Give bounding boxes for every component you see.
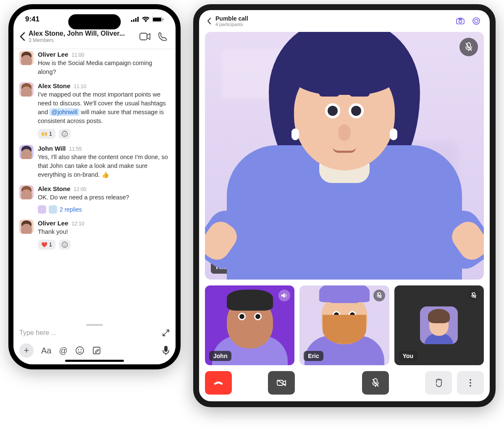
message: Alex Stone12:00 OK. Do we need a press r… bbox=[19, 185, 170, 214]
camera-icon[interactable] bbox=[454, 15, 466, 27]
message-time: 12:00 bbox=[74, 186, 87, 192]
svg-point-37 bbox=[470, 379, 471, 381]
back-button[interactable] bbox=[207, 17, 211, 25]
phone-notch bbox=[68, 14, 121, 29]
format-button[interactable]: Aa bbox=[41, 346, 51, 356]
svg-rect-2 bbox=[135, 18, 136, 22]
svg-point-10 bbox=[65, 133, 66, 134]
message-time: 11:55 bbox=[69, 146, 82, 152]
participant-tile-john[interactable]: John bbox=[205, 285, 294, 365]
emoji-button[interactable] bbox=[75, 346, 84, 355]
svg-point-12 bbox=[63, 244, 64, 245]
svg-point-13 bbox=[65, 244, 66, 245]
participant-name: John bbox=[209, 351, 231, 361]
mic-toggle-button[interactable] bbox=[362, 371, 389, 395]
mic-muted-icon bbox=[373, 290, 385, 301]
add-reaction-button[interactable] bbox=[59, 240, 71, 250]
message: John Will11:55 Yes, I'll also share the … bbox=[19, 145, 170, 179]
thread-replies[interactable]: 2 replies bbox=[38, 205, 170, 214]
avatar bbox=[19, 82, 34, 97]
message-text: Yes, I'll also share the content once I'… bbox=[38, 153, 170, 179]
avatar bbox=[19, 145, 34, 159]
reply-avatar bbox=[49, 205, 57, 214]
add-reaction-button[interactable] bbox=[59, 129, 71, 139]
message-author: Oliver Lee bbox=[38, 51, 68, 58]
message: Oliver Lee11:00 How is the Social Media … bbox=[19, 51, 170, 76]
call-title: Pumble call bbox=[215, 15, 450, 22]
message-time: 11:00 bbox=[72, 52, 84, 58]
participant-name: Eric bbox=[304, 351, 323, 361]
svg-point-11 bbox=[62, 242, 67, 248]
call-subtitle: 4 participants bbox=[215, 22, 450, 27]
video-call-button[interactable] bbox=[138, 29, 152, 44]
battery-icon bbox=[152, 17, 164, 22]
mention[interactable]: @johnwill bbox=[50, 108, 79, 116]
reaction-chip[interactable]: 🙌1 bbox=[38, 129, 55, 139]
back-button[interactable] bbox=[19, 32, 25, 41]
svg-rect-0 bbox=[131, 20, 132, 22]
svg-point-16 bbox=[80, 349, 81, 351]
message-text: I've mapped out the most important point… bbox=[38, 90, 170, 126]
status-time: 9:41 bbox=[25, 15, 39, 24]
end-call-button[interactable] bbox=[205, 371, 232, 395]
call-header: Pumble call 4 participants bbox=[199, 10, 490, 32]
audio-call-button[interactable] bbox=[155, 29, 170, 44]
message: Oliver Lee12:10 Thank you! ❤️1 bbox=[19, 220, 170, 250]
participant-tile-eric[interactable]: Eric bbox=[299, 285, 389, 365]
composer: Type here ... + Aa @ bbox=[13, 322, 176, 364]
raise-hand-button[interactable] bbox=[425, 371, 452, 395]
reaction-chip[interactable]: ❤️1 bbox=[38, 240, 55, 250]
svg-rect-1 bbox=[133, 19, 134, 22]
edit-button[interactable] bbox=[92, 346, 101, 355]
svg-point-8 bbox=[62, 131, 67, 137]
chat-subtitle: 3 Members bbox=[29, 37, 134, 43]
call-controls bbox=[205, 371, 484, 399]
message-author: Oliver Lee bbox=[38, 220, 68, 227]
svg-point-15 bbox=[78, 349, 79, 351]
svg-rect-18 bbox=[164, 346, 168, 352]
participant-row: John Eric You bbox=[205, 285, 484, 365]
svg-rect-5 bbox=[153, 18, 161, 21]
screenshare-icon[interactable] bbox=[470, 15, 482, 27]
mic-muted-icon bbox=[459, 38, 478, 56]
svg-point-39 bbox=[470, 385, 471, 387]
signal-icon bbox=[131, 17, 139, 22]
attach-button[interactable]: + bbox=[19, 343, 34, 358]
svg-point-23 bbox=[473, 18, 480, 24]
replies-link[interactable]: 2 replies bbox=[60, 206, 82, 213]
message-list[interactable]: Oliver Lee11:00 How is the Social Media … bbox=[13, 49, 176, 305]
svg-point-9 bbox=[63, 133, 64, 134]
mic-muted-icon bbox=[468, 290, 480, 301]
message-author: John Will bbox=[38, 145, 66, 152]
message-input[interactable]: Type here ... bbox=[19, 329, 162, 337]
speaker-icon bbox=[278, 290, 290, 301]
svg-point-38 bbox=[470, 382, 471, 384]
svg-rect-3 bbox=[137, 17, 139, 22]
message-author: Alex Stone bbox=[38, 185, 71, 192]
mention-button[interactable]: @ bbox=[59, 346, 67, 356]
expand-button[interactable] bbox=[162, 329, 170, 337]
camera-toggle-button[interactable] bbox=[268, 371, 295, 395]
avatar bbox=[19, 185, 34, 199]
message: Alex Stone11:10 I've mapped out the most… bbox=[19, 82, 170, 139]
message-time: 12:10 bbox=[72, 221, 84, 227]
more-button[interactable] bbox=[457, 371, 484, 395]
svg-point-24 bbox=[475, 19, 478, 23]
svg-point-21 bbox=[459, 20, 462, 23]
tablet-mockup: Pumble call 4 participants bbox=[193, 4, 496, 407]
main-video[interactable]: Hannah Nelson bbox=[205, 32, 484, 280]
svg-rect-7 bbox=[140, 33, 147, 40]
voice-button[interactable] bbox=[162, 345, 170, 356]
svg-rect-6 bbox=[163, 18, 163, 21]
phone-mockup: 9:41 Alex Stone, John Will, Oliver... 3 … bbox=[8, 4, 181, 369]
message-time: 11:10 bbox=[74, 84, 87, 89]
message-text: OK. Do we need a press release? bbox=[38, 193, 170, 202]
participant-tile-you[interactable]: You bbox=[394, 285, 484, 365]
message-author: Alex Stone bbox=[38, 82, 71, 89]
wifi-icon bbox=[142, 17, 150, 22]
home-indicator bbox=[65, 360, 124, 362]
avatar bbox=[19, 220, 34, 234]
participant-name: You bbox=[399, 351, 417, 361]
composer-handle[interactable] bbox=[86, 324, 103, 326]
chat-title: Alex Stone, John Will, Oliver... bbox=[29, 30, 134, 37]
